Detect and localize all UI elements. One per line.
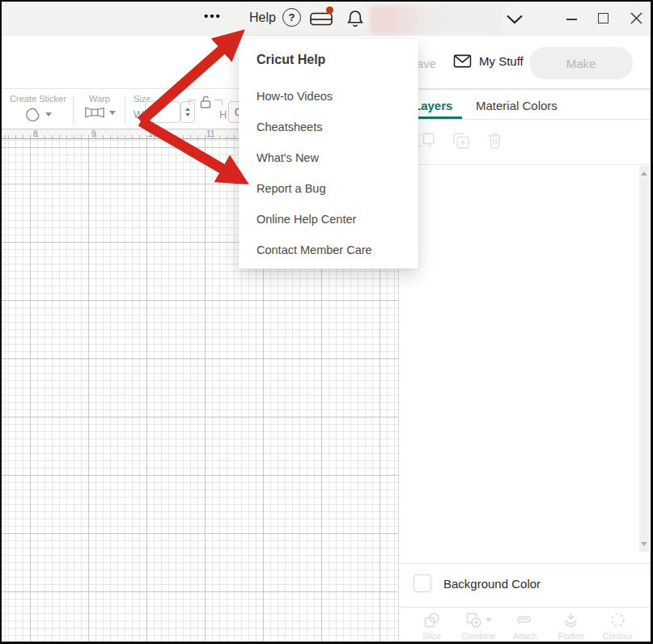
window-close-button[interactable] — [630, 12, 642, 24]
divider — [399, 164, 651, 165]
create-sticker-button[interactable]: Create Sticker — [6, 94, 70, 123]
slice-icon — [422, 611, 441, 629]
stepper-down-icon — [185, 113, 190, 117]
lock-open-icon — [199, 95, 212, 109]
tab-layers[interactable]: Layers — [413, 99, 452, 112]
dropdown-caret-icon — [45, 112, 52, 117]
menu-item-how-to-videos[interactable]: How-to Videos — [257, 90, 333, 103]
make-button[interactable]: Make — [529, 47, 633, 79]
overflow-menu-icon[interactable]: ••• — [204, 9, 222, 23]
lock-bracket — [189, 100, 197, 105]
flatten-icon — [562, 611, 580, 629]
slice-button[interactable]: Slice — [409, 608, 455, 642]
layers-panel: Layers Material Colors — [398, 89, 651, 642]
cricut-help-menu: Cricut Help How-to Videos Cheatsheets Wh… — [239, 39, 418, 269]
toolbar-divider — [73, 96, 74, 124]
bell-icon — [345, 8, 366, 30]
my-stuff-button[interactable]: My Stuff — [453, 53, 524, 69]
scroll-down-icon[interactable] — [641, 542, 647, 546]
layer-operations-toolbar: Slice Combine Attach — [399, 608, 651, 642]
divider — [399, 119, 651, 120]
toolbar-divider — [125, 96, 125, 124]
scroll-up-icon[interactable] — [641, 172, 647, 176]
notification-dot — [326, 6, 333, 14]
menu-item-contact-member-care[interactable]: Contact Member Care — [257, 244, 372, 256]
titlebar: ••• Help ? — [2, 2, 651, 36]
attach-label: Attach — [513, 631, 537, 641]
app-window: ••• Help ? — [0, 0, 653, 644]
warp-label: Warp — [79, 94, 120, 104]
close-icon — [630, 12, 642, 24]
attach-icon — [515, 611, 534, 629]
attach-button[interactable]: Attach — [502, 608, 548, 642]
my-stuff-label: My Stuff — [479, 54, 524, 68]
lock-bracket — [214, 100, 223, 105]
slice-label: Slice — [422, 631, 441, 641]
sticker-icon — [24, 106, 41, 123]
dropdown-caret-icon — [109, 111, 116, 115]
create-sticker-label: Create Sticker — [6, 94, 70, 104]
contour-icon — [608, 611, 627, 629]
warp-button[interactable]: Warp — [79, 94, 120, 119]
chevron-down-icon — [506, 14, 524, 25]
help-label: Help — [249, 11, 276, 25]
group-layers-icon[interactable] — [417, 130, 437, 150]
contour-button[interactable]: Contour — [595, 608, 641, 642]
contour-label: Contour — [603, 631, 633, 641]
combine-label: Combine — [461, 631, 495, 641]
question-circle-icon: ? — [282, 8, 301, 27]
flatten-label: Flatten — [558, 631, 584, 641]
window-minimize-button[interactable] — [566, 19, 577, 20]
delete-layer-icon[interactable] — [485, 130, 505, 150]
menu-item-online-help-center[interactable]: Online Help Center — [257, 213, 356, 226]
width-label: W — [134, 108, 143, 121]
notifications-button[interactable] — [345, 8, 366, 30]
window-maximize-button[interactable] — [598, 13, 608, 23]
height-label: H — [219, 108, 227, 121]
background-color-label: Background Color — [443, 577, 541, 591]
warp-icon — [84, 106, 105, 119]
width-input[interactable]: 0 — [145, 101, 180, 123]
help-menu-button[interactable]: Help ? — [249, 8, 301, 27]
user-account-area[interactable] — [370, 6, 505, 33]
menu-item-whats-new[interactable]: What's New — [257, 151, 319, 164]
duplicate-layer-icon[interactable] — [451, 130, 471, 150]
envelope-icon — [453, 53, 472, 69]
combine-caret-icon — [486, 618, 492, 622]
tab-material-colors[interactable]: Material Colors — [476, 99, 558, 112]
menu-item-report-a-bug[interactable]: Report a Bug — [257, 182, 325, 195]
background-color-checkbox[interactable] — [413, 574, 431, 592]
combine-button[interactable]: Combine — [455, 608, 501, 642]
menu-item-cheatsheets[interactable]: Cheatsheets — [257, 121, 322, 133]
background-color-row: Background Color — [399, 564, 651, 607]
aspect-lock-button[interactable] — [199, 95, 212, 108]
flatten-button[interactable]: Flatten — [548, 608, 594, 642]
menu-title: Cricut Help — [257, 53, 325, 67]
combine-icon — [464, 611, 483, 629]
account-dropdown-button[interactable] — [506, 14, 524, 25]
stepper-up-icon — [185, 108, 190, 111]
panel-scrollbar[interactable] — [639, 166, 650, 552]
